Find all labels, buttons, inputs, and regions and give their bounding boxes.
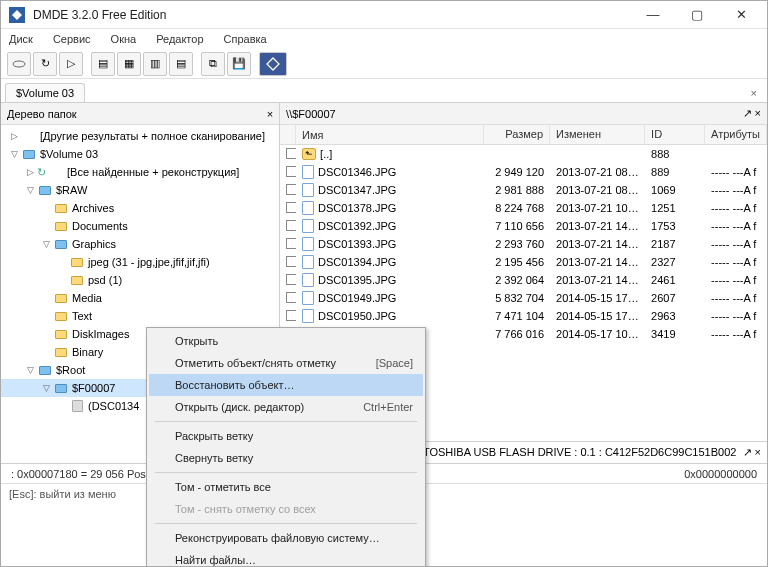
- context-menu[interactable]: ОткрытьОтметить объект/снять отметку[Spa…: [146, 327, 426, 567]
- file-row[interactable]: DSC01346.JPG2 949 1202013-07-21 08:…889-…: [280, 163, 767, 181]
- col-id[interactable]: ID: [645, 125, 705, 144]
- tree-label: Media: [72, 292, 102, 304]
- menu-редактор[interactable]: Редактор: [152, 31, 207, 47]
- expand-icon[interactable]: ▷: [23, 167, 37, 177]
- tool-logo-icon[interactable]: [259, 52, 287, 76]
- tree-node[interactable]: Media: [1, 289, 279, 307]
- row-checkbox[interactable]: [286, 166, 296, 177]
- row-checkbox[interactable]: [286, 148, 296, 159]
- menu-item[interactable]: Реконструировать файловую систему…: [149, 527, 423, 549]
- row-checkbox[interactable]: [286, 238, 296, 249]
- tool-save-icon[interactable]: 💾: [227, 52, 251, 76]
- menu-справка[interactable]: Справка: [220, 31, 271, 47]
- hex-right: 0x0000000000: [684, 468, 757, 480]
- tree-node[interactable]: Documents: [1, 217, 279, 235]
- cell-attr: ----- ---A f: [705, 274, 765, 286]
- file-row[interactable]: DSC01949.JPG5 832 7042014-05-15 17:…2607…: [280, 289, 767, 307]
- tree-node[interactable]: ▷[Другие результаты + полное сканировани…: [1, 127, 279, 145]
- col-modified[interactable]: Изменен: [550, 125, 645, 144]
- tool-disk-icon[interactable]: [7, 52, 31, 76]
- tree-label: Documents: [72, 220, 128, 232]
- tree-node[interactable]: ▽$RAW: [1, 181, 279, 199]
- device-max-icon[interactable]: ↗: [743, 446, 752, 458]
- tool-view2-icon[interactable]: ▦: [117, 52, 141, 76]
- tree-label: $Volume 03: [40, 148, 98, 160]
- file-row[interactable]: DSC01392.JPG7 110 6562013-07-21 14:…1753…: [280, 217, 767, 235]
- cell-attr: ----- ---A f: [705, 184, 765, 196]
- minimize-button[interactable]: —: [631, 3, 675, 27]
- tree-label: $RAW: [56, 184, 87, 196]
- expand-icon[interactable]: ▽: [23, 365, 37, 375]
- folder-icon: [53, 381, 69, 395]
- file-name: DSC01393.JPG: [318, 238, 396, 250]
- menu-окна[interactable]: Окна: [107, 31, 141, 47]
- menu-item[interactable]: Открыть: [149, 330, 423, 352]
- file-name: DSC01949.JPG: [318, 292, 396, 304]
- expand-icon[interactable]: ▽: [39, 383, 53, 393]
- menu-item[interactable]: Том - отметить все: [149, 476, 423, 498]
- expand-icon[interactable]: ▽: [39, 239, 53, 249]
- tree-node[interactable]: ▽Graphics: [1, 235, 279, 253]
- row-checkbox[interactable]: [286, 202, 296, 213]
- row-checkbox[interactable]: [286, 256, 296, 267]
- file-name: DSC01378.JPG: [318, 202, 396, 214]
- row-checkbox[interactable]: [286, 274, 296, 285]
- row-checkbox[interactable]: [286, 220, 296, 231]
- tab-volume[interactable]: $Volume 03: [5, 83, 85, 102]
- cell-mod: 2013-07-21 08:…: [550, 166, 645, 178]
- file-icon: [302, 183, 314, 197]
- column-headers[interactable]: Имя Размер Изменен ID Атрибуты: [280, 125, 767, 145]
- expand-icon[interactable]: ▷: [7, 131, 21, 141]
- tree-label: Binary: [72, 346, 103, 358]
- col-attr[interactable]: Атрибуты: [705, 125, 767, 144]
- menu-item[interactable]: Найти файлы…: [149, 549, 423, 567]
- tool-copy-icon[interactable]: ⧉: [201, 52, 225, 76]
- tree-node[interactable]: jpeg (31 - jpg,jpe,jfif,jif,jfi): [1, 253, 279, 271]
- tree-node[interactable]: Text: [1, 307, 279, 325]
- expand-icon[interactable]: ▽: [23, 185, 37, 195]
- tree-label: [Все найденные + реконструкция]: [67, 166, 239, 178]
- menu-сервис[interactable]: Сервис: [49, 31, 95, 47]
- tree-close-icon[interactable]: ×: [267, 108, 273, 120]
- menu-item[interactable]: Открыть (диск. редактор)Ctrl+Enter: [149, 396, 423, 418]
- row-checkbox[interactable]: [286, 184, 296, 195]
- menu-item[interactable]: Восстановить объект…: [149, 374, 423, 396]
- list-close-icon[interactable]: ×: [755, 107, 761, 119]
- tree-node[interactable]: psd (1): [1, 271, 279, 289]
- folder-icon: [69, 399, 85, 413]
- file-row[interactable]: ⬑[..]888: [280, 145, 767, 163]
- list-max-icon[interactable]: ↗: [743, 107, 752, 119]
- cell-attr: ----- ---A f: [705, 256, 765, 268]
- menu-item[interactable]: Отметить объект/снять отметку[Space]: [149, 352, 423, 374]
- menu-диск[interactable]: Диск: [5, 31, 37, 47]
- file-row[interactable]: DSC01347.JPG2 981 8882013-07-21 08:…1069…: [280, 181, 767, 199]
- tool-view1-icon[interactable]: ▤: [91, 52, 115, 76]
- col-name[interactable]: Имя: [296, 125, 484, 144]
- tool-refresh-icon[interactable]: ↻: [33, 52, 57, 76]
- tool-play-icon[interactable]: ▷: [59, 52, 83, 76]
- menu-item[interactable]: Свернуть ветку: [149, 447, 423, 469]
- tool-view4-icon[interactable]: ▤: [169, 52, 193, 76]
- row-checkbox[interactable]: [286, 310, 296, 321]
- list-header: \\$F00007 ↗ ×: [280, 103, 767, 125]
- file-row[interactable]: DSC01394.JPG2 195 4562013-07-21 14:…2327…: [280, 253, 767, 271]
- file-row[interactable]: DSC01378.JPG8 224 7682013-07-21 10:…1251…: [280, 199, 767, 217]
- tool-view3-icon[interactable]: ▥: [143, 52, 167, 76]
- tab-close-icon[interactable]: ×: [745, 84, 763, 102]
- row-checkbox[interactable]: [286, 292, 296, 303]
- menu-item[interactable]: Раскрыть ветку: [149, 425, 423, 447]
- file-icon: [302, 309, 314, 323]
- col-size[interactable]: Размер: [484, 125, 550, 144]
- expand-icon[interactable]: ▽: [7, 149, 21, 159]
- file-icon: [302, 201, 314, 215]
- close-button[interactable]: ✕: [719, 3, 763, 27]
- device-close-icon[interactable]: ×: [755, 446, 761, 458]
- file-row[interactable]: DSC01950.JPG7 471 1042014-05-15 17:…2963…: [280, 307, 767, 325]
- maximize-button[interactable]: ▢: [675, 3, 719, 27]
- cell-size: 8 224 768: [484, 202, 550, 214]
- tree-node[interactable]: ▽$Volume 03: [1, 145, 279, 163]
- file-row[interactable]: DSC01395.JPG2 392 0642013-07-21 14:…2461…: [280, 271, 767, 289]
- tree-node[interactable]: Archives: [1, 199, 279, 217]
- tree-node[interactable]: ▷↻[Все найденные + реконструкция]: [1, 163, 279, 181]
- file-row[interactable]: DSC01393.JPG2 293 7602013-07-21 14:…2187…: [280, 235, 767, 253]
